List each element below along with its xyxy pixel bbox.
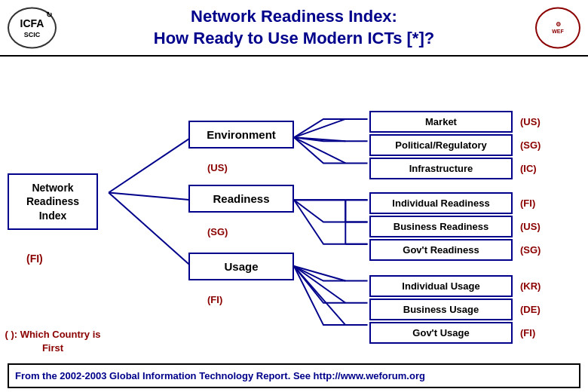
usage-box: Usage <box>188 253 294 280</box>
individual-readiness-code: (FI) <box>520 198 535 209</box>
readiness-code: (SG) <box>207 226 228 237</box>
svg-line-1 <box>109 193 191 201</box>
market-box: Market <box>369 111 513 133</box>
political-code: (SG) <box>520 139 541 151</box>
govt-usage-label: Gov't Usage <box>412 327 469 338</box>
svg-line-5 <box>294 138 345 164</box>
page-title: Network Readiness Index: How Ready to Us… <box>154 6 434 49</box>
readiness-label: Readiness <box>213 192 269 205</box>
svg-line-2 <box>109 193 191 267</box>
footer-text: From the 2002-2003 Global Information Te… <box>15 370 425 381</box>
logo-right: ⚙WEF <box>535 7 580 48</box>
icfa-logo: ↻ ICFA SCIC <box>8 7 57 48</box>
svg-line-3 <box>294 119 345 137</box>
individual-readiness-label: Individual Readiness <box>392 198 489 209</box>
govt-readiness-box: Gov't Readiness <box>369 239 513 261</box>
which-country-label: ( ): Which Country is First <box>4 328 102 355</box>
business-usage-box: Business Usage <box>369 299 513 320</box>
environment-label: Environment <box>207 128 276 141</box>
infrastructure-code: (IC) <box>520 163 537 174</box>
wef-logo: ⚙WEF <box>535 7 580 48</box>
readiness-box: Readiness <box>188 185 294 213</box>
individual-usage-label: Individual Usage <box>402 280 479 292</box>
business-usage-label: Business Usage <box>403 304 479 315</box>
infrastructure-label: Infrastructure <box>409 163 473 174</box>
usage-code: (FI) <box>207 294 222 305</box>
svg-line-0 <box>109 138 191 193</box>
business-readiness-box: Business Readiness <box>369 216 513 237</box>
infrastructure-box: Infrastructure <box>369 158 513 179</box>
political-box: Political/Regulatory <box>369 134 513 156</box>
environment-box: Environment <box>188 121 294 149</box>
individual-readiness-box: Individual Readiness <box>369 192 513 214</box>
svg-line-12 <box>294 266 345 281</box>
arrow-icon: ↻ <box>46 10 52 18</box>
environment-code: (US) <box>207 162 228 173</box>
nri-box-label: Network Readiness Index <box>26 182 79 221</box>
market-label: Market <box>425 116 457 127</box>
nri-code: (FI) <box>26 253 43 265</box>
diagram-area: Network Readiness Index (FI) ( ): Which … <box>0 57 588 366</box>
govt-readiness-code: (SG) <box>520 244 541 256</box>
wef-text: ⚙WEF <box>552 21 564 35</box>
scic-text: SCIC <box>24 31 41 38</box>
title-line1: Network Readiness Index: <box>191 7 397 26</box>
usage-label: Usage <box>224 260 258 273</box>
svg-line-14 <box>294 266 345 325</box>
nri-box: Network Readiness Index <box>8 173 98 230</box>
individual-usage-box: Individual Usage <box>369 275 513 297</box>
footer: From the 2002-2003 Global Information Te… <box>8 363 580 389</box>
business-usage-code: (DE) <box>520 304 541 315</box>
icfa-text: ICFA <box>20 17 44 29</box>
govt-readiness-label: Gov't Readiness <box>403 244 479 256</box>
govt-usage-box: Gov't Usage <box>369 322 513 344</box>
govt-usage-code: (FI) <box>520 327 535 338</box>
svg-line-4 <box>294 138 345 142</box>
svg-line-13 <box>294 266 345 303</box>
political-label: Political/Regulatory <box>395 139 486 151</box>
logo-left: ↻ ICFA SCIC <box>8 7 57 48</box>
individual-usage-code: (KR) <box>520 280 541 292</box>
market-code: (US) <box>520 116 541 127</box>
title-line2: How Ready to Use Modern ICTs [*]? <box>154 29 434 47</box>
business-readiness-code: (US) <box>520 221 541 232</box>
business-readiness-label: Business Readiness <box>394 221 488 232</box>
which-country-text: ( ): Which Country is First <box>5 329 100 354</box>
header: ↻ ICFA SCIC Network Readiness Index: How… <box>0 0 588 57</box>
